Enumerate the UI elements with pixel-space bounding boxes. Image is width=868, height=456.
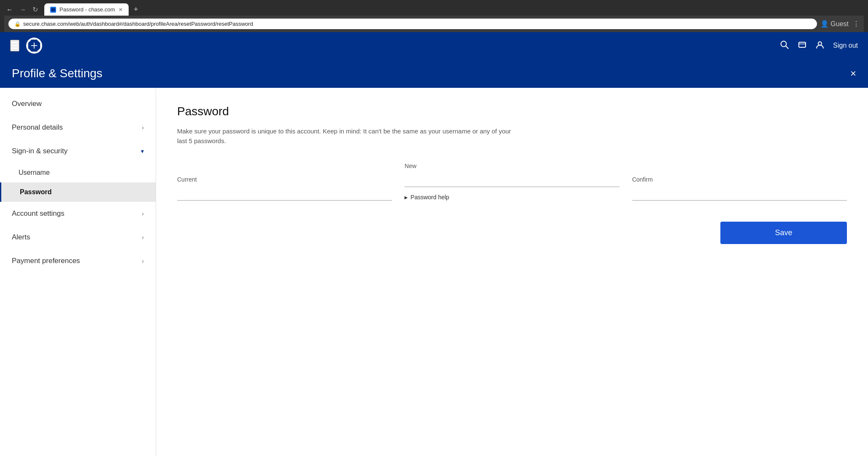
sidebar-item-account-settings[interactable]: Account settings ›	[0, 202, 156, 225]
sidebar-sub-item-username-label: Username	[19, 169, 50, 176]
new-password-label: New	[404, 163, 619, 169]
lock-icon: 🔒	[14, 21, 21, 27]
password-help-toggle[interactable]: ▶ Password help	[404, 194, 619, 201]
close-panel-button[interactable]: ×	[850, 68, 856, 79]
payment-preferences-chevron: ›	[142, 258, 144, 264]
notifications-button[interactable]	[798, 40, 807, 52]
new-password-input[interactable]	[404, 173, 619, 187]
browser-profile-button[interactable]: 👤 Guest	[820, 20, 849, 28]
svg-point-8	[818, 42, 822, 45]
confirm-password-field: Confirm	[632, 176, 847, 201]
new-password-field: New ▶ Password help	[404, 163, 619, 201]
browser-chrome: ← → ↻ Password - chase.com ✕ + 🔒 secure.…	[0, 0, 868, 32]
browser-menu-button[interactable]: ⋮	[853, 20, 860, 28]
password-help-triangle-icon: ▶	[404, 195, 408, 200]
page-title: Password	[177, 105, 847, 118]
hamburger-button[interactable]: ☰	[10, 40, 19, 52]
profile-settings-title: Profile & Settings	[12, 67, 850, 80]
sidebar-item-signin-security[interactable]: Sign-in & security ▾	[0, 139, 156, 163]
browser-tab[interactable]: Password - chase.com ✕	[44, 3, 129, 16]
current-password-field: Current	[177, 176, 392, 201]
sidebar-sub-item-password[interactable]: Password	[0, 182, 156, 202]
sidebar-item-personal-details[interactable]: Personal details ›	[0, 116, 156, 139]
sidebar-sub-item-password-label: Password	[20, 188, 52, 196]
new-tab-button[interactable]: +	[130, 3, 142, 16]
alerts-chevron: ›	[142, 234, 144, 241]
content-area: Password Make sure your password is uniq…	[156, 88, 868, 456]
address-text: secure.chase.com/web/auth/dashboard#/das…	[23, 21, 811, 27]
sidebar-item-alerts[interactable]: Alerts ›	[0, 225, 156, 249]
save-btn-row: Save	[177, 222, 847, 244]
sidebar-item-payment-preferences-label: Payment preferences	[12, 257, 80, 265]
save-button[interactable]: Save	[720, 222, 847, 244]
svg-rect-3	[34, 43, 35, 49]
back-button[interactable]: ←	[4, 5, 15, 14]
personal-details-chevron: ›	[142, 124, 144, 131]
sidebar-item-alerts-label: Alerts	[12, 233, 30, 242]
svg-marker-0	[51, 8, 55, 12]
address-bar[interactable]: 🔒 secure.chase.com/web/auth/dashboard#/d…	[8, 19, 817, 29]
search-button[interactable]	[780, 40, 789, 52]
tab-favicon	[50, 7, 56, 13]
sidebar-item-payment-preferences[interactable]: Payment preferences ›	[0, 249, 156, 273]
account-settings-chevron: ›	[142, 210, 144, 217]
confirm-password-label: Confirm	[632, 176, 847, 183]
sidebar-sub-item-username[interactable]: Username	[0, 163, 156, 182]
sidebar-item-overview[interactable]: Overview	[0, 92, 156, 116]
sidebar-item-personal-details-label: Personal details	[12, 123, 63, 132]
sidebar-item-overview-label: Overview	[12, 100, 42, 108]
current-password-input[interactable]	[177, 186, 392, 201]
profile-settings-header: Profile & Settings ×	[0, 59, 868, 88]
sidebar-item-signin-security-label: Sign-in & security	[12, 147, 67, 155]
form-fields-row: Current New ▶ Password help Confirm	[177, 163, 847, 201]
password-help-label: Password help	[410, 194, 449, 201]
svg-rect-6	[799, 42, 806, 47]
sidebar-item-account-settings-label: Account settings	[12, 209, 65, 218]
forward-button[interactable]: →	[17, 5, 28, 14]
svg-line-5	[786, 46, 788, 49]
chase-header: ☰ Sign out	[0, 32, 868, 59]
account-button[interactable]	[815, 40, 825, 52]
tab-close-button[interactable]: ✕	[119, 7, 123, 13]
tab-title: Password - chase.com	[59, 6, 115, 13]
header-icons: Sign out	[780, 40, 858, 52]
main-container: Overview Personal details › Sign-in & se…	[0, 88, 868, 456]
page-description: Make sure your password is unique to thi…	[177, 127, 515, 146]
reload-button[interactable]: ↻	[30, 5, 40, 14]
current-password-label: Current	[177, 176, 392, 183]
chase-logo	[26, 38, 42, 54]
password-form: Current New ▶ Password help Confirm	[177, 163, 847, 244]
sign-out-button[interactable]: Sign out	[833, 42, 858, 49]
signin-security-chevron: ▾	[141, 148, 144, 155]
confirm-password-input[interactable]	[632, 186, 847, 201]
sidebar: Overview Personal details › Sign-in & se…	[0, 88, 156, 456]
